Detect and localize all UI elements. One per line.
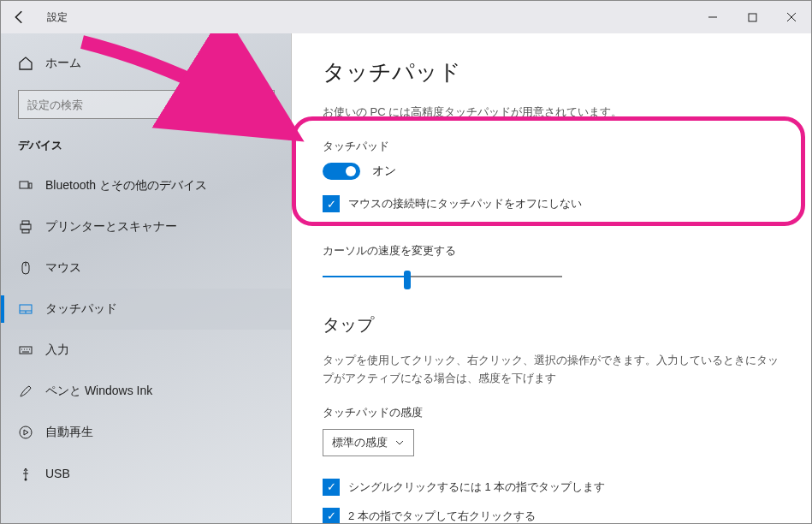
touchpad-icon (18, 301, 33, 317)
search-box[interactable] (18, 90, 275, 119)
close-button[interactable] (772, 1, 811, 33)
maximize-icon (748, 13, 757, 22)
nav-label: マウス (45, 260, 81, 276)
keyboard-icon (18, 342, 33, 358)
titlebar: 設定 (1, 1, 811, 33)
arrow-left-icon (12, 9, 27, 25)
mouse-icon (18, 260, 33, 276)
minimize-button[interactable] (693, 1, 732, 33)
svg-rect-5 (22, 221, 29, 224)
slider-fill (323, 276, 406, 277)
svg-point-1 (252, 98, 260, 107)
chevron-down-icon (394, 438, 405, 448)
devices-icon (18, 178, 33, 194)
sidebar-item-mouse[interactable]: マウス (1, 247, 292, 289)
back-button[interactable] (1, 1, 39, 33)
maximize-button[interactable] (732, 1, 772, 33)
home-icon (18, 56, 33, 71)
svg-rect-6 (22, 229, 29, 233)
window-title: 設定 (39, 10, 68, 25)
svg-rect-2 (20, 182, 28, 188)
sidebar-item-autoplay[interactable]: 自動再生 (1, 412, 292, 453)
sidebar-item-touchpad[interactable]: タッチパッド (1, 289, 292, 330)
tap-heading: タップ (323, 313, 780, 336)
sensitivity-value: 標準の感度 (332, 435, 388, 450)
svg-rect-4 (21, 224, 31, 229)
minimize-icon (708, 12, 718, 22)
pen-icon (18, 384, 33, 399)
cursor-speed-label: カーソルの速度を変更する (323, 243, 780, 259)
precision-note: お使いの PC には高精度タッチパッドが用意されています。 (323, 104, 780, 120)
cursor-speed-slider[interactable] (323, 267, 562, 288)
close-icon (786, 12, 797, 22)
nav-label: USB (45, 467, 70, 480)
svg-point-11 (25, 479, 27, 481)
svg-rect-0 (749, 14, 756, 21)
toggle-state: オン (372, 164, 396, 179)
nav-label: Bluetooth とその他のデバイス (45, 178, 207, 194)
nav-label: 自動再生 (45, 425, 93, 440)
page-title: タッチパッド (323, 57, 780, 87)
sidebar-item-printers[interactable]: プリンターとスキャナー (1, 206, 292, 247)
home-label: ホーム (45, 56, 81, 71)
sidebar-item-usb[interactable]: USB (1, 453, 292, 494)
touchpad-label: タッチパッド (323, 139, 780, 154)
category-label: デバイス (1, 138, 292, 165)
svg-rect-9 (20, 347, 32, 354)
search-input[interactable] (27, 98, 250, 111)
tap-description: タップを使用してクリック、右クリック、選択の操作ができます。入力しているときにタ… (323, 352, 780, 388)
home-link[interactable]: ホーム (1, 49, 292, 78)
autoplay-icon (18, 425, 33, 440)
touchpad-toggle[interactable] (323, 163, 360, 180)
svg-point-10 (20, 426, 32, 438)
nav-label: タッチパッド (45, 301, 117, 317)
nav-label: 入力 (45, 342, 69, 358)
sidebar-item-bluetooth[interactable]: Bluetooth とその他のデバイス (1, 165, 292, 206)
sidebar-item-typing[interactable]: 入力 (1, 330, 292, 371)
nav-label: プリンターとスキャナー (45, 219, 177, 235)
single-tap-checkbox[interactable]: ✓ (323, 479, 340, 496)
usb-icon (18, 466, 33, 481)
two-finger-tap-checkbox[interactable]: ✓ (323, 508, 340, 523)
nav-label: ペンと Windows Ink (45, 384, 152, 399)
sensitivity-label: タッチパッドの感度 (323, 405, 780, 420)
mouse-connected-checkbox[interactable]: ✓ (323, 195, 340, 212)
slider-thumb[interactable] (404, 271, 411, 289)
sidebar: ホーム デバイス Bluetooth とその他のデバイス プリンターとスキャナー… (1, 33, 292, 523)
printer-icon (18, 219, 33, 235)
svg-rect-3 (29, 183, 32, 188)
single-tap-label: シングルクリックするには 1 本の指でタップします (348, 479, 605, 495)
two-finger-tap-label: 2 本の指でタップして右クリックする (348, 509, 536, 523)
sidebar-item-pen[interactable]: ペンと Windows Ink (1, 371, 292, 412)
sensitivity-select[interactable]: 標準の感度 (323, 429, 414, 456)
search-icon (250, 97, 265, 112)
main-content: タッチパッド お使いの PC には高精度タッチパッドが用意されています。 タッチ… (292, 33, 811, 523)
mouse-connected-label: マウスの接続時にタッチパッドをオフにしない (348, 196, 582, 211)
